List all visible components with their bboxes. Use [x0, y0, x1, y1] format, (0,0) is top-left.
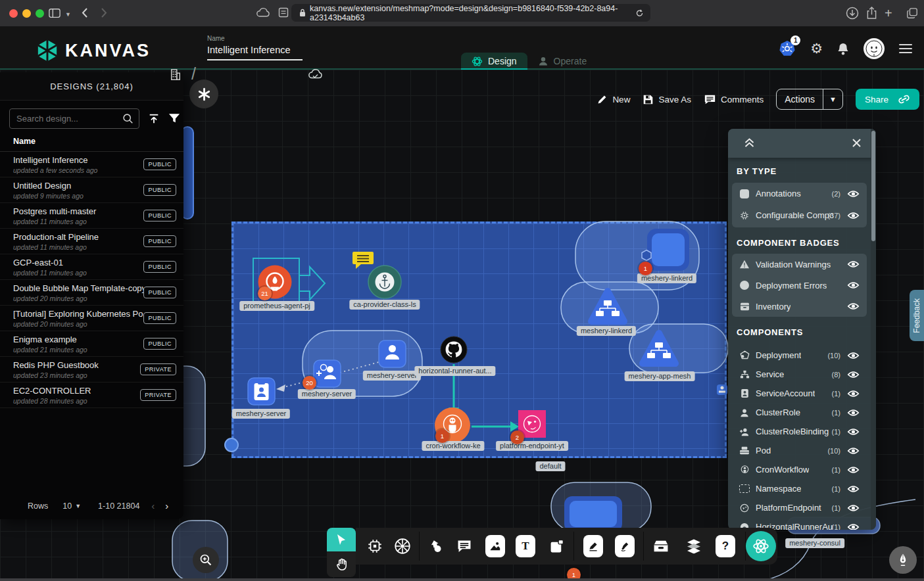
component-row-platformendpoint[interactable]: PlatformEndpoint (1): [732, 498, 867, 517]
sidebar-toggle-icon[interactable]: [49, 8, 61, 18]
kanvas-logo[interactable]: KANVAS: [36, 39, 151, 62]
help-tool-button[interactable]: ?: [716, 535, 735, 557]
node-label[interactable]: meshery-app-mesh: [625, 371, 695, 381]
node-label[interactable]: prometheus-agent-pj: [239, 301, 314, 311]
close-window-button[interactable]: [9, 9, 18, 18]
design-row[interactable]: Intelligent Inferenceupdated a few secon…: [0, 152, 183, 177]
node-label[interactable]: meshery-linkerd: [577, 326, 636, 336]
node-label[interactable]: meshery-consul: [785, 538, 844, 548]
maximize-window-button[interactable]: [36, 9, 44, 18]
chevron-down-icon[interactable]: ▼: [823, 89, 842, 109]
visibility-eye-icon[interactable]: [847, 447, 860, 455]
minimize-window-button[interactable]: [22, 9, 31, 18]
badge-row-validation-warnings[interactable]: Validation Warnings: [732, 254, 867, 275]
cloud-save-icon[interactable]: [307, 68, 323, 80]
comments-button[interactable]: Comments: [704, 94, 764, 105]
namespace-selection-rect[interactable]: [231, 221, 727, 458]
organization-icon[interactable]: [170, 67, 182, 82]
visibility-eye-icon[interactable]: [847, 212, 860, 220]
settings-gear-icon[interactable]: ⚙: [810, 41, 823, 57]
component-row-deployment[interactable]: Deployment (10): [732, 346, 867, 365]
design-name-field[interactable]: Name Intelligent Inference: [207, 35, 303, 60]
notifications-bell-icon[interactable]: [837, 42, 849, 56]
collapse-panel-icon[interactable]: [744, 137, 755, 149]
node-label[interactable]: horizontal-runner-aut...: [414, 366, 495, 376]
url-bar[interactable]: kanvas.new/extension/meshmap?mode=design…: [291, 4, 650, 22]
design-row[interactable]: Untitled Designupdated 9 minutes ago PUB…: [0, 177, 183, 203]
design-row[interactable]: EC2-CONTROLLERupdated 28 minutes ago PRI…: [0, 383, 183, 408]
node-label[interactable]: meshery-server: [232, 409, 290, 419]
tab-overview-icon[interactable]: [906, 7, 918, 20]
design-row[interactable]: Double Bubble Map Template-copyupdated 2…: [0, 280, 183, 306]
feedback-tab[interactable]: Feedback: [910, 290, 924, 341]
visibility-eye-icon[interactable]: [847, 428, 860, 436]
actions-dropdown-button[interactable]: Actions ▼: [776, 89, 843, 110]
layers-tool-button[interactable]: [686, 539, 702, 554]
kubernetes-tool-button[interactable]: [393, 537, 412, 555]
back-icon[interactable]: [82, 7, 88, 18]
close-icon[interactable]: [852, 138, 862, 148]
type-row-annotations[interactable]: Annotations (2): [732, 183, 867, 204]
design-row[interactable]: Redis PHP Guestbookupdated 23 minutes ag…: [0, 357, 183, 383]
zoom-in-button[interactable]: [193, 547, 219, 573]
image-tool-button[interactable]: [485, 535, 505, 557]
meshery-dock-button[interactable]: [746, 531, 776, 561]
node-label[interactable]: meshery-server: [298, 389, 356, 399]
design-pen-tool-button[interactable]: [583, 535, 603, 557]
component-row-serviceaccount[interactable]: ServiceAccount (1): [732, 384, 867, 403]
prev-page-button[interactable]: ‹: [151, 500, 155, 511]
share-icon[interactable]: [866, 6, 877, 20]
design-row[interactable]: Production-alt Pipelineupdated 11 minute…: [0, 229, 183, 254]
node-label[interactable]: cron-workflow-ke: [422, 441, 484, 451]
sketch-pen-tool-button[interactable]: [615, 535, 635, 557]
pan-tool-button[interactable]: [327, 551, 356, 577]
tab-operate[interactable]: Operate: [527, 53, 598, 70]
design-row[interactable]: Postgres multi-masterupdated 11 minutes …: [0, 203, 183, 229]
visibility-eye-icon[interactable]: [847, 485, 860, 493]
comment-tool-button[interactable]: [456, 540, 472, 553]
select-tool-button[interactable]: [327, 528, 356, 551]
component-row-clusterrolebinding[interactable]: ClusterRoleBinding (1): [732, 422, 867, 441]
icloud-icon[interactable]: [255, 7, 270, 18]
filter-icon[interactable]: [168, 113, 180, 124]
badge-row-deployment-errors[interactable]: Deployment Errors: [732, 275, 867, 296]
hamburger-menu-icon[interactable]: [899, 41, 912, 56]
visibility-eye-icon[interactable]: [847, 504, 860, 512]
component-row-namespace[interactable]: Namespace (1): [732, 479, 867, 498]
rows-per-page-select[interactable]: 10 ▼: [62, 501, 81, 511]
text-tool-button[interactable]: T: [516, 535, 535, 557]
import-design-icon[interactable]: [148, 113, 160, 125]
namespace-label[interactable]: default: [535, 461, 565, 471]
node-label[interactable]: meshery-server: [363, 371, 421, 381]
component-row-service[interactable]: Service (8): [732, 365, 867, 384]
visibility-eye-icon[interactable]: [847, 281, 860, 289]
visibility-eye-icon[interactable]: [847, 466, 860, 474]
share-button[interactable]: Share: [856, 89, 919, 110]
design-row[interactable]: [Tutorial] Exploring Kubernetes Podupdat…: [0, 306, 183, 331]
tab-design[interactable]: Design: [461, 53, 527, 70]
badge-row-inventory[interactable]: Inventory: [732, 296, 867, 317]
reload-icon[interactable]: [635, 9, 644, 18]
reader-icon[interactable]: [278, 7, 289, 18]
visibility-eye-icon[interactable]: [847, 409, 860, 417]
panel-scrollbar-thumb[interactable]: [871, 131, 875, 241]
visibility-eye-icon[interactable]: [847, 390, 860, 398]
node-label[interactable]: platform-endpoint-yt: [496, 441, 568, 451]
node-label[interactable]: ca-provider-class-ls: [349, 300, 420, 310]
visibility-eye-icon[interactable]: [847, 190, 860, 198]
visibility-eye-icon[interactable]: [847, 352, 860, 360]
drawer-tool-button[interactable]: [653, 540, 669, 553]
visibility-eye-icon[interactable]: [847, 371, 860, 379]
visibility-eye-icon[interactable]: [847, 302, 860, 310]
downloads-icon[interactable]: [846, 7, 859, 20]
chevron-down-icon[interactable]: ▼: [65, 11, 71, 18]
panel-scrollbar[interactable]: [871, 129, 876, 530]
new-tab-icon[interactable]: +: [885, 6, 892, 21]
design-row[interactable]: Enigma exampleupdated 21 minutes ago PUB…: [0, 331, 183, 357]
annotate-pen-button[interactable]: [889, 546, 917, 574]
component-row-clusterrole[interactable]: ClusterRole (1): [732, 403, 867, 422]
design-name-value[interactable]: Intelligent Inference: [207, 45, 303, 60]
design-row[interactable]: GCP-east-01updated 11 minutes ago PUBLIC: [0, 254, 183, 280]
component-row-pod[interactable]: Pod (10): [732, 441, 867, 460]
user-avatar[interactable]: [863, 38, 885, 59]
